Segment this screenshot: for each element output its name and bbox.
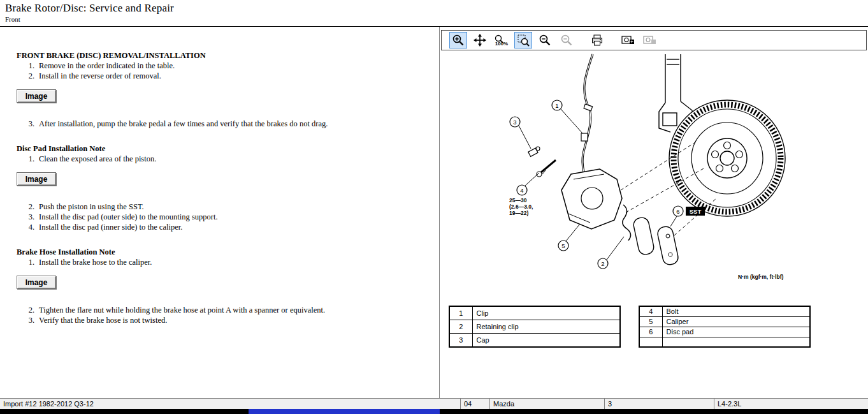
svg-text:1: 1 (555, 102, 558, 109)
step-text: Tighten the flare nut while holding the … (39, 306, 325, 315)
step-text: Push the piston in using the SST. (39, 202, 144, 212)
zoom-100-icon[interactable]: 100% (493, 32, 510, 48)
units-note: N·m (kgf·m, ft·lbf) (738, 274, 783, 280)
legend-label: Retaining clip (472, 320, 620, 333)
step-item: 2. Install in the reverse order of remov… (24, 71, 426, 81)
step-text: Install in the reverse order of removal. (39, 71, 161, 81)
zoom-100-label: 100% (495, 41, 508, 47)
legend-label: Bolt (662, 306, 810, 316)
step-item: 1. Clean the exposed area of the piston. (24, 154, 426, 164)
step-number: 1. (24, 258, 34, 267)
svg-text:25—30: 25—30 (509, 197, 527, 203)
bottom-bar-highlight (249, 409, 440, 414)
section-heading: Disc Pad Installation Note (17, 144, 426, 154)
step-number: 4. (24, 223, 34, 232)
svg-text:SST: SST (690, 208, 702, 215)
callout-1: 1 (552, 100, 562, 110)
svg-text:3: 3 (513, 119, 516, 126)
cap-shape (528, 147, 540, 156)
step-text: Verify that the brake hose is not twiste… (39, 316, 167, 325)
table-row: 4 Bolt (639, 306, 810, 316)
legend-label: Cap (472, 334, 620, 347)
section-heading: Brake Hose Installation Note (17, 248, 426, 257)
callout-3: 3 (510, 117, 520, 127)
step-number: 3. (24, 212, 34, 222)
status-year: 04 (460, 399, 489, 409)
sst-label: SST (686, 207, 705, 216)
legend-tables: 1 Clip 2 Retaining clip 3 Cap (440, 306, 868, 348)
step-number: 2. (24, 71, 34, 81)
image-button[interactable]: Image (17, 172, 56, 186)
zoom-in-icon[interactable] (449, 32, 467, 48)
table-row: 1 Clip (449, 306, 620, 320)
page-header: Brake Rotor/Disc: Service and Repair Fro… (0, 0, 868, 27)
step-text: Install the disc pad (inner side) to the… (39, 223, 182, 232)
status-engine: L4-2.3L (714, 399, 868, 409)
step-item: 2. Push the piston in using the SST. (24, 202, 426, 212)
legend-label: Clip (472, 306, 620, 320)
table-row (639, 337, 810, 347)
bolt-shape (537, 160, 556, 177)
svg-text:4: 4 (520, 187, 523, 194)
torque-note: 25—30 (2.6—3.0, 19—22) (509, 197, 533, 216)
print-icon[interactable] (588, 32, 606, 48)
legend-label (662, 337, 810, 347)
callout-4: 4 (517, 185, 527, 195)
bottom-bar (0, 409, 868, 414)
step-item: 3. Install the disc pad (outer side) to … (24, 212, 426, 222)
table-row: 3 Cap (449, 334, 620, 347)
legend-table-left: 1 Clip 2 Retaining clip 3 Cap (449, 306, 621, 348)
step-item: 1. Install the brake hose to the caliper… (24, 258, 426, 267)
status-bar: Import #12 1982-2012 Q3-12 04 Mazda 3 L4… (0, 398, 868, 409)
legend-num: 1 (449, 306, 472, 320)
step-number: 2. (24, 202, 34, 212)
zoom-area-icon[interactable] (514, 32, 532, 48)
brake-assembly-diagram: 1 2 3 4 5 6 SST 25—30 (2.6—3.0, 19—22) (444, 53, 864, 300)
caliper-shape (561, 169, 622, 229)
step-item: 2. Tighten the flare nut while holding t… (24, 306, 426, 315)
procedure-panel: FRONT BRAKE (DISC) REMOVAL/INSTALLATION … (0, 27, 440, 398)
zoom-out-icon[interactable] (536, 32, 554, 48)
legend-table-right: 4 Bolt 5 Caliper 6 Disc pad (639, 306, 811, 348)
step-text: Remove in the order indicated in the tab… (39, 61, 175, 71)
table-row: 6 Disc pad (639, 327, 810, 337)
rotor-shape (669, 100, 785, 216)
image-viewer-panel: 100% (440, 27, 868, 398)
image-button[interactable]: Image (17, 89, 56, 103)
legend-num: 2 (449, 320, 472, 333)
legend-label: Caliper (662, 316, 810, 327)
step-text: Install the brake hose to the caliper. (39, 258, 152, 267)
legend-num: 3 (449, 334, 472, 347)
diagram-canvas[interactable]: 1 2 3 4 5 6 SST 25—30 (2.6—3.0, 19—22) (440, 50, 868, 300)
image-capture-icon[interactable] (619, 32, 637, 48)
image-button[interactable]: Image (17, 276, 56, 289)
svg-text:19—22): 19—22) (509, 210, 528, 216)
step-item: 3. Verify that the brake hose is not twi… (24, 316, 426, 325)
legend-num: 6 (639, 327, 662, 337)
step-item: 4. Install the disc pad (inner side) to … (24, 223, 426, 232)
pan-icon[interactable] (471, 32, 489, 48)
legend-num: 5 (639, 316, 662, 327)
legend-num (639, 337, 662, 347)
step-text: Install the disc pad (outer side) to the… (39, 212, 218, 222)
retaining-clip-shape (623, 205, 631, 240)
step-text: After installation, pump the brake pedal… (39, 119, 328, 129)
step-item: 3. After installation, pump the brake pe… (24, 119, 426, 129)
page-title: Brake Rotor/Disc: Service and Repair (5, 2, 863, 15)
status-model: 3 (604, 399, 714, 409)
step-number: 1. (24, 154, 34, 164)
callout-6: 6 (673, 206, 683, 216)
svg-text:5: 5 (561, 242, 565, 249)
legend-num: 4 (639, 306, 662, 316)
page-subtitle: Front (5, 15, 863, 23)
callout-5: 5 (558, 240, 568, 251)
step-number: 2. (24, 306, 34, 315)
svg-text:(2.6—3.0,: (2.6—3.0, (509, 203, 533, 210)
step-text: Clean the exposed area of the piston. (39, 154, 156, 164)
legend-label: Disc pad (662, 327, 810, 337)
viewer-toolbar: 100% (441, 30, 867, 50)
svg-text:6: 6 (676, 208, 679, 215)
status-make: Mazda (489, 399, 604, 409)
callout-2: 2 (598, 258, 608, 269)
step-number: 3. (24, 119, 34, 129)
